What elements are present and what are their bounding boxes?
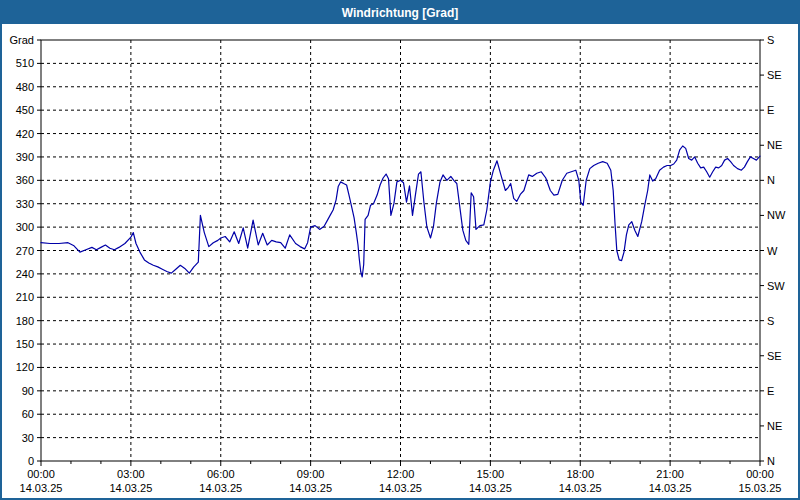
x-axis-date-label: 14.03.25 [559, 482, 602, 494]
right-axis-label: E [767, 104, 774, 116]
y-axis-label: 120 [16, 361, 34, 373]
x-axis-date-label: 14.03.25 [469, 482, 512, 494]
right-axis-label: S [767, 34, 774, 46]
y-axis-label: 330 [16, 198, 34, 210]
x-axis-time-label: 21:00 [656, 468, 684, 480]
right-axis-label: N [767, 455, 775, 467]
y-axis-label: 450 [16, 104, 34, 116]
x-axis-date-label: 15.03.25 [739, 482, 782, 494]
y-axis-label: 210 [16, 291, 34, 303]
right-axis-label: NW [767, 209, 786, 221]
x-axis-time-label: 12:00 [387, 468, 415, 480]
right-axis-label: W [767, 245, 778, 257]
x-axis-time-label: 09:00 [297, 468, 325, 480]
y-axis-label: 360 [16, 174, 34, 186]
window-titlebar: Windrichtung [Grad] [2, 2, 798, 24]
y-axis-label: 300 [16, 221, 34, 233]
y-axis-label: 240 [16, 268, 34, 280]
x-axis-time-label: 15:00 [477, 468, 505, 480]
y-axis-label: 390 [16, 151, 34, 163]
right-axis-label: NE [767, 139, 782, 151]
y-axis-unit-label: Grad [10, 34, 34, 46]
x-axis-date-label: 14.03.25 [649, 482, 692, 494]
x-axis-time-label: 06:00 [207, 468, 235, 480]
x-axis-date-label: 14.03.25 [379, 482, 422, 494]
y-axis-label: 30 [22, 432, 34, 444]
y-axis-label: 420 [16, 128, 34, 140]
y-axis-label: 180 [16, 315, 34, 327]
x-axis-date-label: 14.03.25 [109, 482, 152, 494]
chart-area: 0306090120150180210240270300330360390420… [2, 24, 798, 498]
right-axis-label: SW [767, 280, 785, 292]
x-axis-time-label: 00:00 [27, 468, 55, 480]
x-axis-time-label: 03:00 [117, 468, 145, 480]
y-axis-label: 60 [22, 408, 34, 420]
right-axis-label: SE [767, 350, 782, 362]
x-axis-date-label: 14.03.25 [289, 482, 332, 494]
x-axis-time-label: 18:00 [566, 468, 594, 480]
right-axis-label: E [767, 385, 774, 397]
x-axis-time-label: 00:00 [746, 468, 774, 480]
y-axis-label: 150 [16, 338, 34, 350]
wind-direction-chart: 0306090120150180210240270300330360390420… [2, 24, 798, 498]
y-axis-label: 270 [16, 245, 34, 257]
window-title: Windrichtung [Grad] [342, 6, 459, 20]
y-axis-label: 90 [22, 385, 34, 397]
y-axis-label: 510 [16, 57, 34, 69]
right-axis-label: S [767, 315, 774, 327]
y-axis-label: 480 [16, 81, 34, 93]
y-axis-label: 0 [28, 455, 34, 467]
right-axis-label: NE [767, 420, 782, 432]
right-axis-label: N [767, 174, 775, 186]
x-axis-date-label: 14.03.25 [199, 482, 242, 494]
x-axis-date-label: 14.03.25 [20, 482, 63, 494]
right-axis-label: SE [767, 69, 782, 81]
chart-window: Windrichtung [Grad] 03060901201501802102… [0, 0, 800, 500]
